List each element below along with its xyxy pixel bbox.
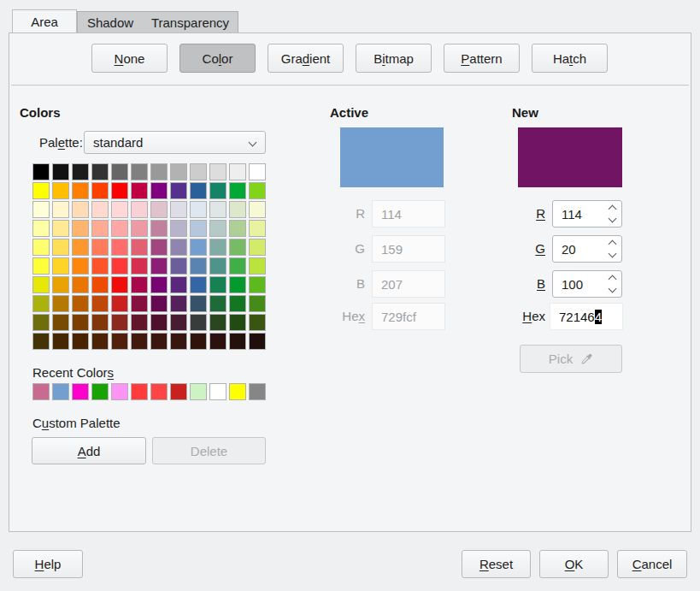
palette-swatch[interactable]	[209, 257, 226, 275]
palette-swatch[interactable]	[150, 257, 168, 275]
new-g-spinner[interactable]: 20	[552, 235, 622, 263]
palette-swatch[interactable]	[209, 220, 226, 237]
palette-swatch[interactable]	[229, 276, 246, 293]
spin-up-icon[interactable]	[609, 275, 617, 284]
recent-color-swatch[interactable]	[190, 383, 207, 400]
palette-swatch[interactable]	[190, 295, 207, 312]
palette-swatch[interactable]	[52, 295, 69, 312]
tab-area[interactable]: Area	[12, 9, 77, 33]
palette-swatch[interactable]	[190, 314, 207, 331]
recent-color-swatch[interactable]	[72, 383, 89, 400]
palette-swatch[interactable]	[209, 239, 226, 256]
palette-swatch[interactable]	[249, 295, 266, 312]
palette-swatch[interactable]	[209, 163, 226, 180]
palette-swatch[interactable]	[111, 276, 128, 293]
palette-swatch[interactable]	[190, 182, 207, 199]
palette-swatch[interactable]	[91, 314, 109, 331]
palette-swatch[interactable]	[91, 257, 109, 275]
palette-swatch[interactable]	[170, 276, 187, 293]
palette-swatch[interactable]	[131, 257, 148, 275]
palette-swatch[interactable]	[72, 201, 89, 218]
cancel-button[interactable]: Cancel	[617, 550, 687, 578]
palette-swatch[interactable]	[131, 239, 148, 256]
palette-swatch[interactable]	[209, 295, 226, 312]
palette-swatch[interactable]	[229, 314, 246, 331]
palette-swatch[interactable]	[150, 220, 168, 237]
palette-swatch[interactable]	[249, 314, 266, 331]
palette-swatch[interactable]	[150, 163, 168, 180]
palette-swatch[interactable]	[52, 163, 69, 180]
palette-swatch[interactable]	[170, 239, 187, 256]
palette-swatch[interactable]	[229, 220, 246, 237]
palette-swatch[interactable]	[150, 295, 168, 312]
palette-swatch[interactable]	[229, 239, 246, 256]
spin-up-icon[interactable]	[609, 240, 617, 249]
palette-swatch[interactable]	[209, 182, 226, 199]
new-r-spinner[interactable]: 114	[552, 200, 622, 228]
spin-down-icon[interactable]	[609, 215, 617, 223]
palette-swatch[interactable]	[72, 239, 89, 256]
palette-swatch[interactable]	[72, 314, 89, 331]
palette-swatch[interactable]	[249, 239, 266, 256]
palette-swatch[interactable]	[91, 163, 109, 180]
palette-swatch[interactable]	[32, 295, 50, 312]
recent-color-swatch[interactable]	[111, 383, 128, 400]
palette-swatch[interactable]	[229, 163, 246, 180]
palette-swatch[interactable]	[32, 220, 50, 237]
palette-dropdown[interactable]: standard	[84, 131, 266, 154]
palette-swatch[interactable]	[131, 201, 148, 218]
palette-swatch[interactable]	[52, 333, 69, 350]
palette-swatch[interactable]	[209, 201, 226, 218]
palette-swatch[interactable]	[170, 333, 187, 350]
palette-swatch[interactable]	[131, 182, 148, 199]
palette-swatch[interactable]	[32, 333, 50, 350]
palette-swatch[interactable]	[150, 239, 168, 256]
palette-swatch[interactable]	[32, 201, 50, 218]
palette-swatch[interactable]	[32, 163, 50, 180]
pick-button[interactable]: Pick	[520, 345, 622, 373]
palette-swatch[interactable]	[131, 314, 148, 331]
palette-swatch[interactable]	[111, 333, 128, 350]
palette-swatch[interactable]	[170, 220, 187, 237]
bitmap-button[interactable]: Bitmap	[356, 44, 432, 73]
palette-swatch[interactable]	[52, 257, 69, 275]
palette-swatch[interactable]	[170, 163, 187, 180]
spin-down-icon[interactable]	[609, 285, 617, 293]
palette-swatch[interactable]	[111, 220, 128, 237]
palette-swatch[interactable]	[32, 239, 50, 256]
palette-swatch[interactable]	[170, 201, 187, 218]
palette-swatch[interactable]	[249, 220, 266, 237]
palette-swatch[interactable]	[131, 295, 148, 312]
new-hex-input[interactable]: 721464	[550, 303, 623, 330]
palette-swatch[interactable]	[91, 239, 109, 256]
palette-swatch[interactable]	[52, 239, 69, 256]
tab-transparency[interactable]: Transparency	[143, 12, 238, 33]
palette-swatch[interactable]	[229, 333, 246, 350]
palette-swatch[interactable]	[170, 257, 187, 275]
palette-swatch[interactable]	[131, 276, 148, 293]
palette-swatch[interactable]	[52, 314, 69, 331]
palette-swatch[interactable]	[32, 257, 50, 275]
recent-color-swatch[interactable]	[170, 383, 187, 400]
palette-swatch[interactable]	[111, 239, 128, 256]
palette-swatch[interactable]	[249, 276, 266, 293]
palette-swatch[interactable]	[150, 314, 168, 331]
tab-shadow[interactable]: Shadow	[78, 12, 143, 33]
hatch-button[interactable]: Hatch	[532, 44, 608, 73]
palette-swatch[interactable]	[52, 220, 69, 237]
palette-swatch[interactable]	[209, 314, 226, 331]
palette-swatch[interactable]	[111, 257, 128, 275]
palette-swatch[interactable]	[72, 276, 89, 293]
palette-swatch[interactable]	[131, 220, 148, 237]
palette-swatch[interactable]	[111, 295, 128, 312]
palette-swatch[interactable]	[32, 314, 50, 331]
palette-swatch[interactable]	[190, 333, 207, 350]
reset-button[interactable]: Reset	[462, 550, 531, 578]
recent-color-swatch[interactable]	[150, 383, 168, 400]
palette-swatch[interactable]	[190, 220, 207, 237]
palette-swatch[interactable]	[72, 333, 89, 350]
palette-swatch[interactable]	[91, 295, 109, 312]
palette-swatch[interactable]	[170, 314, 187, 331]
palette-swatch[interactable]	[249, 182, 266, 199]
palette-swatch[interactable]	[190, 201, 207, 218]
